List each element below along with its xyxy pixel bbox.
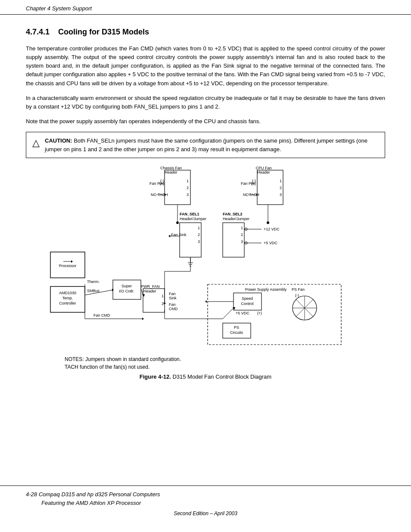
svg-text:Header: Header [165,170,177,174]
svg-text:1: 1 [187,179,189,183]
svg-text:1: 1 [280,179,282,183]
svg-text:NC: NC [151,193,156,197]
svg-text:(+): (+) [257,311,262,315]
svg-text:3: 3 [187,193,189,197]
svg-text:2: 2 [241,233,243,237]
caution-label: CAUTION: [45,137,72,144]
svg-text:3: 3 [241,240,243,244]
svg-text:Therm-: Therm- [87,280,100,284]
svg-text:CMD: CMD [169,307,178,311]
page-header: Chapter 4 System Support [0,0,411,15]
svg-text:2: 2 [187,186,189,190]
chapter-title: Chapter 4 System Support [26,5,92,12]
svg-text:+12 VDC: +12 VDC [264,227,280,231]
svg-text:Fan: Fan [169,302,176,307]
svg-text:NC: NC [243,193,249,197]
svg-marker-106 [205,300,207,303]
svg-text:SMBus: SMBus [87,289,100,293]
svg-text:Chassis Fan: Chassis Fan [160,166,182,170]
svg-marker-46 [168,235,170,237]
svg-point-98 [176,221,179,224]
svg-text:2: 2 [162,302,164,306]
svg-text:+5 VDC: +5 VDC [236,311,249,315]
svg-text:Speed: Speed [242,296,253,301]
diagram-area: Chassis Fan Header (-) Fan Pwr (+) 1 2 3… [26,166,385,351]
caution-box: △ CAUTION: Both FAN_SELn jumpers must ha… [26,132,385,158]
svg-text:3: 3 [198,240,200,244]
page: Chapter 4 System Support 4.7.4.1 Cooling… [0,0,411,532]
svg-marker-112 [142,294,145,297]
svg-text:Processor: Processor [59,264,77,268]
svg-text:1: 1 [162,294,164,298]
main-content: 4.7.4.1 Cooling for D315 Models The temp… [0,15,411,380]
caution-triangle-icon: △ [32,137,40,149]
svg-text:1: 1 [241,226,243,230]
svg-text:+5 VDC: +5 VDC [264,241,277,245]
svg-text:Circuits: Circuits [230,330,243,335]
svg-text:Temp.: Temp. [62,296,73,300]
svg-rect-13 [257,170,283,205]
svg-text:1: 1 [198,226,200,230]
caution-text: Both FAN_SELn jumpers must have the same… [45,137,367,152]
svg-text:CPU Fan: CPU Fan [255,166,271,170]
svg-text:2: 2 [198,233,200,237]
page-footer: 4-28 Compaq D315 and hp d325 Personal Co… [0,485,411,519]
svg-text:Fan CMD: Fan CMD [93,313,110,317]
svg-line-109 [223,308,234,319]
svg-marker-54 [71,260,73,263]
svg-text:Header/Jumper: Header/Jumper [223,217,249,221]
svg-line-111 [141,289,143,295]
svg-text:2: 2 [280,186,282,190]
svg-text:Control: Control [241,302,253,306]
edition-text: Second Edition – April 2003 [26,510,385,516]
svg-point-100 [267,221,269,224]
svg-text:Header: Header [143,289,156,293]
fan-control-diagram: Chassis Fan Header (-) Fan Pwr (+) 1 2 3… [37,166,374,351]
svg-text:Sink: Sink [169,296,177,300]
svg-text:PS Fan: PS Fan [292,287,305,292]
svg-text:FAN_SEL2: FAN_SEL2 [223,212,243,216]
svg-text:Super: Super [121,284,132,288]
paragraph-1: The temperature controller produces the … [26,44,385,88]
svg-text:Header/Jumper: Header/Jumper [180,217,206,221]
caution-content: CAUTION: Both FAN_SELn jumpers must have… [45,137,379,153]
svg-text:(+): (+) [251,181,256,186]
svg-text:I/O Cntlr.: I/O Cntlr. [119,289,134,293]
svg-text:AMD1030: AMD1030 [59,291,76,295]
svg-marker-79 [142,317,144,320]
figure-caption: Figure 4-12. D315 Model Fan Control Bloc… [26,373,385,380]
paragraph-2: In a characteristically warm environment… [26,94,385,111]
diagram-notes: NOTES: Jumpers shown in standard configu… [65,355,385,371]
section-title: 4.7.4.1 Cooling for D315 Models [26,28,385,37]
page-number: 4-28 [26,491,37,498]
svg-text:Header: Header [257,170,270,174]
svg-text:(+): (+) [159,181,164,186]
footer-text: 4-28 Compaq D315 and hp d325 Personal Co… [26,490,385,507]
figure-label: Figure 4-12. [140,373,171,380]
svg-rect-80 [208,284,341,345]
svg-text:(-): (-) [295,293,299,298]
svg-text:PWR_FAN: PWR_FAN [141,284,160,289]
svg-text:Power Supply Assembly: Power Supply Assembly [245,287,287,292]
paragraph-3: Note that the power supply assembly fan … [26,117,385,126]
svg-text:Controller: Controller [59,301,76,305]
svg-text:3: 3 [280,193,282,197]
svg-text:FAN_SEL1: FAN_SEL1 [180,212,199,216]
svg-text:PS: PS [234,325,239,330]
svg-text:Fan: Fan [169,292,176,296]
